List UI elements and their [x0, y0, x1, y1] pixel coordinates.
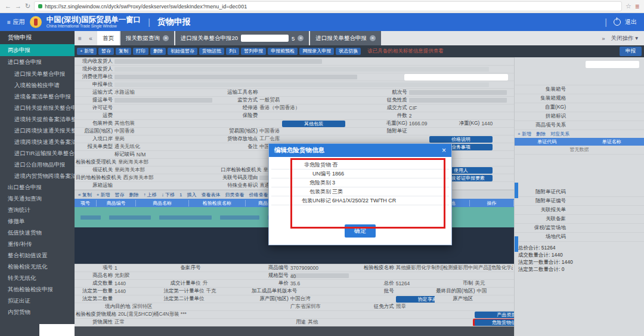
field-value[interactable]: 1	[114, 265, 161, 271]
toolbar-button[interactable]: 网报录入申报	[299, 48, 334, 55]
goods-toolbar-button[interactable]: 归类查看	[225, 192, 244, 198]
browser-menu-icon[interactable]: ≡	[635, 2, 639, 11]
forward-icon[interactable]: →	[15, 3, 21, 10]
tab-close-icon[interactable]: ×	[163, 35, 169, 41]
field-value[interactable]: 中国香港	[259, 128, 368, 135]
toolbar-button[interactable]: 状态切换	[336, 48, 361, 55]
field-value[interactable]: 正常	[114, 319, 249, 326]
modal-close-icon[interactable]: ×	[442, 146, 446, 155]
sidebar-item[interactable]: 进口转关提前报关整合申	[0, 102, 75, 113]
sidebar-item[interactable]: 检验检疫无纸化	[0, 261, 75, 272]
logout-button[interactable]: | 退出	[602, 17, 637, 27]
sidebar-item[interactable]: 拟证出证	[0, 295, 75, 306]
field-value[interactable]: 20L(需见5HCD)桶C4N形装 ***	[118, 311, 355, 318]
documents-toolbar-button[interactable]: 对应关系	[550, 131, 569, 137]
sidebar-item[interactable]: 转关无纸化	[0, 272, 75, 283]
field-value[interactable]: 1440	[114, 280, 161, 286]
field-value[interactable]: 一般贸易	[259, 97, 368, 104]
tab-close-icon[interactable]: ×	[298, 35, 304, 41]
sidebar-item[interactable]: 进境备案清单整合申报	[0, 91, 75, 102]
field-value[interactable]: 水路运输	[114, 89, 218, 96]
field-value[interactable]: 危险货物信息	[475, 319, 514, 326]
field-value[interactable]: 其他摄影用化学制剂[检测摄影用中间产品][危险化学品]	[396, 264, 513, 272]
field-value[interactable]: 中国	[476, 288, 512, 295]
field-value[interactable]	[114, 67, 489, 72]
field-value[interactable]: 否	[331, 161, 338, 169]
sidebar-item[interactable]: 进口跨境快速通关报关整	[0, 125, 75, 136]
field-value[interactable]: 光刻胶	[114, 272, 249, 279]
bookmark-star-icon[interactable]: ☆	[626, 2, 631, 10]
field-value[interactable]: 1666.09	[409, 121, 441, 127]
field-value[interactable]: 西乡海关本部	[123, 174, 219, 181]
panel-handle[interactable]	[515, 183, 518, 198]
ok-button[interactable]: 确定	[345, 224, 376, 238]
field-value[interactable]: 工厂仓库	[259, 135, 368, 143]
toolbar-button[interactable]: 货物运抵	[199, 48, 224, 55]
field-value[interactable]: 1440	[114, 288, 161, 294]
sidebar-item[interactable]: 进境跨境快速通关备案清	[0, 136, 75, 147]
goods-toolbar-button[interactable]: 价格查看	[249, 192, 268, 198]
sidebar-item[interactable]: 修撤单	[0, 215, 75, 227]
sidebar-item[interactable]: 查询统计	[0, 204, 75, 215]
declare-button[interactable]: 申报	[620, 47, 642, 56]
toolbar-button[interactable]: 删除	[150, 48, 166, 55]
field-value[interactable]: 协定享惠	[396, 296, 435, 303]
field-value[interactable]: 其他	[308, 319, 354, 326]
tab-declaration-query[interactable]: 报关数据查询 ×	[120, 31, 174, 45]
back-icon[interactable]: ←	[5, 3, 11, 10]
field-value[interactable]: 51264	[396, 280, 434, 286]
field-value[interactable]: 1440	[481, 121, 513, 127]
field-value[interactable]: 35.6	[290, 280, 355, 286]
tab-collapse-icon[interactable]: «	[85, 31, 96, 45]
field-value[interactable]: 升	[202, 280, 249, 287]
goods-toolbar-button[interactable]: ↑ 上移	[144, 192, 157, 198]
goods-toolbar-button[interactable]: 暂存	[115, 192, 125, 198]
goods-toolbar-button[interactable]: 1	[179, 192, 182, 198]
sidebar-group-import[interactable]: 进口整合申报	[0, 56, 75, 68]
sidebar-item[interactable]: 进口TIR运输报关单整合申	[0, 147, 75, 159]
field-value[interactable]	[114, 98, 212, 103]
field-value[interactable]: 价格说明	[429, 136, 493, 143]
field-value[interactable]: 照章	[396, 303, 434, 310]
field-value[interactable]	[404, 74, 508, 81]
toolbar-button[interactable]: 初始值暂存	[168, 48, 197, 55]
field-value[interactable]: 美元	[475, 280, 513, 287]
field-value[interactable]: 其他包装	[282, 121, 345, 127]
toolbar-button[interactable]: 暂存	[98, 48, 114, 55]
toolbar-button[interactable]: 申报前预检	[268, 48, 298, 55]
field-value[interactable]	[409, 90, 507, 95]
field-value[interactable]	[114, 59, 322, 64]
goods-toolbar-button[interactable]: + 新增	[97, 192, 110, 198]
tabs-expand-icon[interactable]: »	[602, 35, 605, 42]
refresh-icon[interactable]: ↻	[25, 3, 30, 10]
field-value[interactable]: 千克	[206, 288, 249, 295]
sidebar-item[interactable]: 低值快速货物	[0, 227, 75, 238]
field-value[interactable]: 40	[290, 273, 349, 278]
goods-toolbar-button[interactable]: 删除	[129, 192, 139, 198]
goods-toolbar-button[interactable]: ↓ 下移	[162, 192, 175, 198]
tab-home[interactable]: 首页	[97, 31, 119, 45]
sidebar-item[interactable]: 内贸货物	[0, 306, 75, 317]
tab-close-icon[interactable]: ×	[370, 35, 376, 41]
field-value[interactable]: 通关无纸化	[114, 143, 218, 150]
documents-toolbar-button[interactable]: 删除	[536, 131, 546, 137]
field-value[interactable]: 深圳特区	[132, 303, 249, 310]
sidebar-item[interactable]: 进境转关提前备案清单整	[0, 113, 75, 125]
field-value[interactable]	[114, 75, 357, 79]
sidebar-item[interactable]: 整合初始值设置	[0, 249, 75, 261]
address-bar[interactable]: https://sz.singlewindow.cn/dyck/swProxy/…	[34, 1, 622, 11]
field-value[interactable]: CIF	[409, 105, 513, 111]
field-value[interactable]: 中国台湾	[290, 295, 355, 303]
goods-toolbar-button[interactable]: 插入	[187, 192, 197, 198]
toolbar-button[interactable]: 复制	[116, 48, 131, 55]
field-value[interactable]	[409, 98, 507, 103]
field-value[interactable]: 6HA1/X/250/22 TW/TH CR	[331, 198, 396, 204]
field-value[interactable]: 其他包装	[114, 120, 218, 127]
field-value[interactable]: 2	[409, 113, 513, 119]
toolbar-button[interactable]: 暂列申报	[241, 48, 266, 55]
field-value[interactable]: 产品资质	[475, 312, 514, 318]
tab-import-declaration[interactable]: 进口报关单整合申报 ×	[310, 31, 381, 45]
field-value[interactable]: 中国香港	[114, 128, 218, 135]
toolbar-button[interactable]: 打印	[133, 48, 148, 55]
field-value[interactable]: 1866	[331, 171, 344, 177]
